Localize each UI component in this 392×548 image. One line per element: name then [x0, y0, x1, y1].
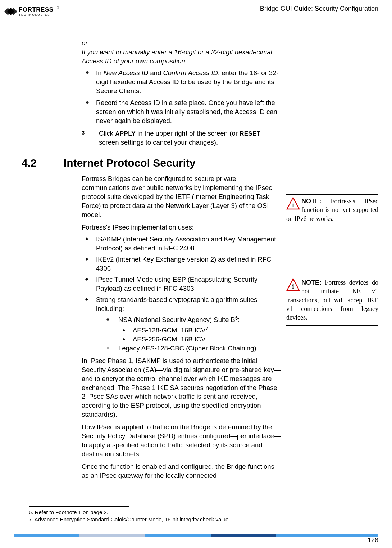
note-label: NOTE: — [301, 198, 322, 205]
svg-text:i: i — [292, 283, 294, 290]
footer-bar — [14, 534, 378, 537]
gateway-para: Once the function is enabled and configu… — [82, 462, 282, 480]
li-tunnel-esp: IPsec Tunnel Mode using ESP (Encapsulati… — [82, 275, 282, 293]
footnote-7: 7. Advanced Encryption Standard-Galois/C… — [29, 516, 288, 523]
note-ipv6-text: Fortress's IPsec function is not yet sup… — [286, 198, 378, 222]
li-aes256gcm: AES-256-GCM, 16B ICV — [118, 335, 282, 344]
svg-text:®: ® — [57, 6, 59, 9]
li-crypto-suites: Strong standards-based cryptographic alg… — [82, 295, 282, 353]
header-rule — [4, 19, 378, 19]
page-number: 126 — [368, 536, 378, 544]
note-ipv6: i NOTE: Fortress's IPsec function is not… — [286, 194, 378, 227]
spd-para: How IPsec is applied to traffic on the B… — [82, 423, 282, 459]
footnote-6: 6. Refer to Footnote 1 on page 2. — [29, 509, 288, 516]
li-ikev2: IKEv2 (Internet Key Exchange version 2) … — [82, 255, 282, 273]
section-title: Internet Protocol Security — [64, 156, 392, 171]
step-3: 3Click APPLY in the upper right of the s… — [82, 129, 282, 147]
section-intro-para: Fortress Bridges can be configured to se… — [82, 175, 282, 219]
li-isakmp: ISAKMP (Internet Security Association an… — [82, 235, 282, 253]
logo-brand-text: FORTRESS — [19, 6, 54, 13]
warning-icon: i — [286, 197, 300, 210]
note-ikev1: i NOTE: Fortress devices do not initiate… — [286, 276, 378, 326]
note-label: NOTE: — [301, 279, 322, 286]
warning-icon: i — [286, 278, 300, 291]
bullet-record-accessid: Record the Access ID in a safe place. On… — [82, 99, 282, 126]
manual-entry-prompt: If you want to manually enter a 16-digit… — [82, 48, 282, 66]
svg-text:i: i — [292, 201, 294, 209]
header-title: Bridge GUI Guide: Security Configuration — [260, 4, 378, 13]
section-number: 4.2 — [22, 156, 37, 171]
logo: FORTRESS ® TECHNOLOGIES — [4, 4, 72, 19]
bullet-new-accessid: In New Access ID and Confirm Access ID, … — [82, 69, 282, 96]
li-legacy-cbc: Legacy AES-128-CBC (Cipher Block Chainin… — [105, 344, 282, 353]
alt-label: or — [82, 39, 282, 48]
svg-text:TECHNOLOGIES: TECHNOLOGIES — [19, 13, 50, 17]
footnote-rule — [29, 506, 129, 507]
li-suite-b: NSA (National Security Agency) Suite B6:… — [105, 316, 282, 344]
impl-uses-para: Fortress's IPsec implementation uses: — [82, 223, 282, 232]
li-aes128gcm: AES-128-GCM, 16B ICV7 — [118, 326, 282, 335]
phase1-para: In IPsec Phase 1, ISAKMP is used to auth… — [82, 357, 282, 420]
footnotes: 6. Refer to Footnote 1 on page 2. 7. Adv… — [29, 506, 288, 523]
note-ikev1-text: Fortress devices do not initiate IKE v1 … — [286, 279, 378, 321]
